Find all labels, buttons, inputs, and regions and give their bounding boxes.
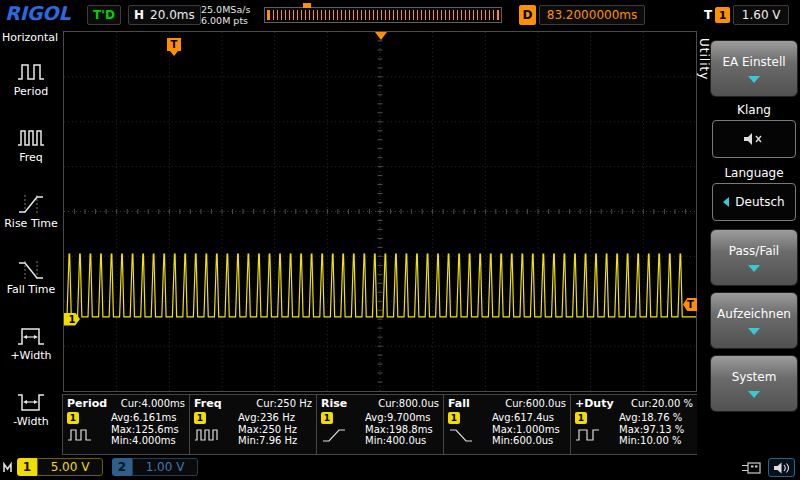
rise-measure-icon: [321, 427, 347, 444]
horizontal-scale-value: 20.0ms: [150, 8, 195, 22]
period-measure-icon: [67, 427, 93, 444]
measurement-min: Min:400.0us: [365, 435, 433, 447]
klang-value-box: [712, 120, 796, 158]
speaker-icon[interactable]: [768, 458, 795, 477]
rise-time-icon: [16, 193, 46, 215]
left-menu-item-label: Rise Time: [4, 217, 58, 230]
rigol-logo: RIGOL: [5, 2, 71, 24]
measure-menu-title: Horizontal: [0, 30, 62, 46]
delay-readout: D 83.2000000ms: [519, 5, 645, 25]
measurement-fall: Fall Cur:600.0us 1 Avg:617.4us Max:1.000…: [443, 394, 571, 455]
bottom-status-bar: 1 5.00 V 2 1.00 V: [0, 455, 800, 480]
measurement-min: Min:4.000ms: [111, 435, 179, 447]
channel2-badge: 2: [112, 458, 132, 476]
measurement-min: Min:7.96 Hz: [238, 435, 297, 447]
measurement-name: +Duty: [575, 397, 614, 410]
language-value-box: Deutsch: [712, 183, 796, 221]
measurement-max: Max:97.13 %: [619, 424, 684, 436]
trigger-level-label: T: [687, 299, 694, 310]
down-arrow-icon: [748, 328, 760, 335]
sample-rate-value: 25.0MSa/s: [201, 4, 250, 15]
softkey-aufzeichnen[interactable]: Aufzeichnen: [710, 292, 798, 349]
measurement-current: Cur:4.000ms: [121, 398, 185, 409]
channel2-indicator[interactable]: 2 1.00 V: [112, 458, 198, 476]
softkey-label: EA Einstell: [722, 55, 785, 69]
softkey-menu: Utility EA Einstell Klang Language Deuts: [697, 30, 800, 455]
down-arrow-icon: [748, 391, 760, 398]
measurement-current: Cur:250 Hz: [256, 398, 312, 409]
left-menu-item-rise-time[interactable]: Rise Time: [0, 178, 62, 244]
trigger-level-value: 1.60 V: [733, 5, 789, 25]
channel2-scale: 1.00 V: [132, 458, 198, 476]
measurement-bar: Period Cur:4.000ms 1 Avg:6.161ms Max:125…: [62, 394, 698, 455]
left-menu-item-freq[interactable]: Freq: [0, 112, 62, 178]
measurement-avg: Avg:9.700ms: [365, 412, 433, 424]
left-menu-item-label: -Width: [13, 415, 48, 428]
softkey-system[interactable]: System: [710, 355, 798, 412]
softkey-label: Klang: [737, 103, 771, 117]
channel1-scale: 5.00 V: [37, 458, 103, 476]
usb-icon: [742, 461, 762, 475]
freq-measure-icon: [194, 427, 220, 444]
waveform-display: T T 1: [63, 31, 697, 392]
trigger-flag-label: T: [171, 39, 178, 50]
left-menu-item-minus-width[interactable]: -Width: [0, 376, 62, 442]
left-menu-item-label: Fall Time: [7, 283, 56, 296]
fall-measure-icon: [448, 427, 474, 444]
freq-icon: [16, 127, 46, 149]
trigger-readout: T 1 1.60 V: [704, 5, 789, 25]
measurement-name: Fall: [448, 397, 470, 410]
left-menu-item-fall-time[interactable]: Fall Time: [0, 244, 62, 310]
ch1-ground-label: 1: [69, 314, 76, 325]
softkey-menu-title: Utility: [697, 38, 711, 80]
measurement-current: Cur:600.0us: [505, 398, 566, 409]
left-menu-item-label: Freq: [19, 151, 43, 164]
measurement-name: Period: [67, 397, 107, 410]
left-menu-item-label: Period: [14, 85, 48, 98]
minus-width-icon: [16, 391, 46, 413]
measurement-avg: Avg:617.4us: [492, 412, 560, 424]
measurement-avg: Avg:236 Hz: [238, 412, 297, 424]
measurement-freq: Freq Cur:250 Hz 1 Avg:236 Hz Max:250 Hz …: [189, 394, 317, 455]
rigol-m-icon: [3, 461, 16, 474]
channel1-indicator[interactable]: 1 5.00 V: [17, 458, 103, 476]
acquisition-readout: 25.0MSa/s 6.00M pts: [201, 4, 250, 26]
horizontal-label: H: [134, 8, 144, 22]
measurement-current: Cur:20.00 %: [631, 398, 693, 409]
down-arrow-icon: [748, 76, 760, 83]
left-menu-item-period[interactable]: Period: [0, 46, 62, 112]
measurement-plus-duty: +Duty Cur:20.00 % 1 Avg:18.76 % Max:97.1…: [570, 394, 698, 455]
trigger-status-badge: T'D: [87, 5, 121, 25]
measurement-max: Max:198.8ms: [365, 424, 433, 436]
measurement-rise: Rise Cur:800.0us 1 Avg:9.700ms Max:198.8…: [316, 394, 444, 455]
plus-width-icon: [16, 325, 46, 347]
softkey-pass-fail[interactable]: Pass/Fail: [710, 229, 798, 286]
memory-depth-value: 6.00M pts: [201, 15, 250, 26]
fall-time-icon: [16, 259, 46, 281]
measurement-min: Min:10.00 %: [619, 435, 684, 447]
measure-menu: Horizontal Period Freq Rise Time Fall Ti…: [0, 30, 62, 455]
softkey-label: System: [732, 370, 777, 384]
softkey-label: Aufzeichnen: [717, 307, 791, 321]
softkey-label: Language: [724, 166, 783, 180]
softkey-klang[interactable]: Klang: [710, 103, 798, 160]
waveform-grid: [64, 32, 696, 391]
measurement-name: Rise: [321, 397, 347, 410]
duty-measure-icon: [575, 427, 601, 444]
channel1-badge: 1: [17, 458, 37, 476]
delay-value: 83.2000000ms: [539, 5, 645, 25]
memory-position-bar[interactable]: [264, 7, 502, 23]
channel-badge: 1: [194, 412, 206, 424]
measurement-max: Max:250 Hz: [238, 424, 297, 436]
measurement-avg: Avg:6.161ms: [111, 412, 179, 424]
measurement-current: Cur:800.0us: [378, 398, 439, 409]
channel-badge: 1: [448, 412, 460, 424]
left-menu-item-plus-width[interactable]: +Width: [0, 310, 62, 376]
measurement-avg: Avg:18.76 %: [619, 412, 684, 424]
trigger-position-flag[interactable]: T: [167, 38, 181, 51]
softkey-ea-einstell[interactable]: EA Einstell: [710, 40, 798, 97]
trigger-label: T: [704, 8, 712, 22]
softkey-language[interactable]: Language Deutsch: [710, 166, 798, 223]
language-value: Deutsch: [735, 195, 784, 209]
memory-waveform-icon: [267, 10, 499, 20]
